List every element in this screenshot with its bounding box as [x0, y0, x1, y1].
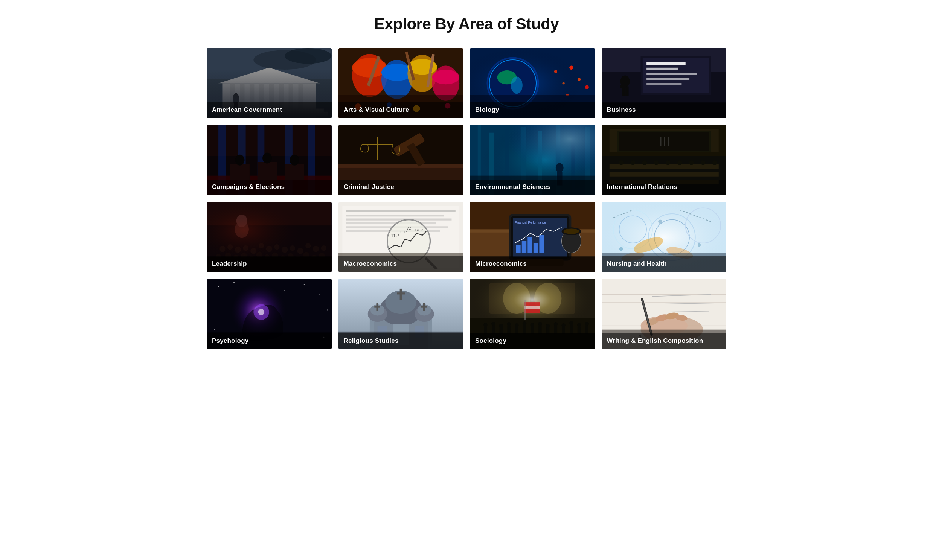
svg-point-254 [515, 324, 519, 328]
svg-point-204 [619, 247, 623, 251]
svg-rect-56 [647, 68, 678, 70]
svg-text:Financial Performance: Financial Performance [515, 221, 546, 224]
svg-point-49 [585, 85, 589, 89]
card-biology[interactable]: Biology [470, 48, 595, 118]
svg-rect-183 [534, 243, 538, 253]
card-criminal-justice[interactable]: Criminal Justice [339, 125, 463, 195]
svg-rect-161 [346, 218, 451, 220]
card-label-leadership: Leadership [207, 256, 332, 272]
svg-point-268 [569, 321, 573, 325]
svg-point-212 [319, 294, 320, 295]
svg-text:11.6: 11.6 [391, 234, 399, 238]
svg-point-264 [554, 322, 557, 326]
svg-rect-234 [421, 306, 427, 308]
card-label-nursing: Nursing and Health [602, 256, 727, 272]
svg-rect-160 [346, 214, 443, 216]
svg-text:1.16: 1.16 [399, 230, 407, 234]
svg-rect-62 [625, 86, 628, 96]
card-label-religious: Religious Studies [339, 334, 463, 349]
svg-text:72: 72 [406, 226, 411, 230]
card-label-biology: Biology [470, 102, 595, 118]
card-label-campaigns: Campaigns & Elections [207, 180, 332, 195]
svg-point-250 [499, 324, 503, 328]
svg-point-248 [491, 322, 495, 326]
card-label-microeconomics: Microeconomics [470, 256, 595, 272]
svg-point-213 [327, 310, 328, 311]
card-microeconomics[interactable]: Financial Performance Microeconomics [470, 202, 595, 272]
svg-point-45 [562, 82, 565, 84]
card-environmental-sciences[interactable]: Environmental Sciences [470, 125, 595, 195]
card-business[interactable]: Business [602, 48, 727, 118]
svg-point-211 [303, 284, 305, 285]
svg-point-210 [284, 290, 285, 291]
svg-rect-269 [570, 325, 573, 334]
svg-point-208 [218, 286, 219, 287]
svg-rect-182 [528, 237, 532, 252]
svg-rect-55 [647, 62, 686, 65]
card-label-criminal-justice: Criminal Justice [339, 180, 463, 195]
svg-rect-232 [374, 306, 380, 308]
card-label-arts: Arts & Visual Culture [339, 102, 463, 118]
svg-rect-276 [525, 306, 540, 309]
svg-point-41 [511, 77, 523, 94]
subject-grid: American Government [207, 48, 726, 349]
svg-rect-265 [554, 326, 557, 334]
svg-point-47 [577, 78, 580, 81]
svg-point-214 [214, 329, 215, 330]
svg-rect-275 [525, 303, 540, 306]
card-label-international-relations: International Relations [602, 180, 727, 195]
card-international-relations[interactable]: International Relations [602, 125, 727, 195]
card-label-american-government: American Government [207, 102, 332, 118]
svg-point-209 [233, 282, 234, 283]
card-arts-visual-culture[interactable]: Arts & Visual Culture [339, 48, 463, 118]
svg-marker-5 [219, 68, 320, 83]
svg-rect-249 [492, 326, 495, 334]
svg-rect-181 [522, 241, 527, 253]
card-american-government[interactable]: American Government [207, 48, 332, 118]
card-psychology[interactable]: Psychology [207, 279, 332, 349]
svg-rect-59 [647, 83, 682, 85]
svg-point-187 [563, 228, 579, 234]
card-label-environmental: Environmental Sciences [470, 180, 595, 195]
svg-point-217 [258, 309, 265, 315]
svg-rect-63 [620, 85, 626, 88]
svg-point-272 [585, 322, 589, 326]
card-sociology[interactable]: Sociology [470, 279, 595, 349]
card-leadership[interactable]: Leadership [207, 202, 332, 272]
svg-point-266 [561, 324, 565, 328]
svg-point-258 [531, 323, 534, 327]
svg-rect-58 [647, 78, 690, 80]
card-macroeconomics[interactable]: 11.6 1.16 72 19.2 Macroeconomics [339, 202, 463, 272]
svg-point-270 [577, 323, 581, 327]
svg-point-256 [523, 322, 527, 325]
svg-point-246 [483, 323, 487, 327]
svg-rect-278 [525, 300, 526, 320]
svg-rect-277 [525, 309, 540, 313]
card-label-sociology: Sociology [470, 334, 595, 349]
svg-point-260 [538, 322, 542, 326]
svg-point-99 [556, 163, 563, 173]
card-label-writing: Writing & English Composition [602, 334, 727, 349]
svg-rect-180 [516, 245, 520, 253]
svg-point-44 [554, 70, 557, 73]
svg-point-46 [569, 66, 573, 70]
svg-rect-230 [397, 293, 405, 295]
svg-point-203 [697, 243, 700, 246]
card-campaigns-elections[interactable]: Campaigns & Elections [207, 125, 332, 195]
svg-rect-257 [523, 325, 526, 334]
svg-rect-159 [346, 210, 455, 212]
card-label-psychology: Psychology [207, 334, 332, 349]
card-nursing-health[interactable]: Nursing and Health [602, 202, 727, 272]
svg-rect-273 [585, 326, 588, 334]
svg-rect-253 [507, 326, 510, 334]
svg-rect-184 [539, 235, 544, 253]
card-writing-english[interactable]: Writing & English Composition [602, 279, 727, 349]
card-label-macroeconomics: Macroeconomics [339, 256, 463, 272]
card-religious-studies[interactable]: Religious Studies [339, 279, 463, 349]
svg-rect-57 [647, 72, 697, 75]
page-title: Explore By Area of Study [15, 15, 918, 33]
card-label-business: Business [602, 102, 727, 118]
svg-point-262 [546, 324, 550, 328]
svg-point-202 [658, 220, 662, 223]
svg-rect-261 [539, 326, 542, 334]
